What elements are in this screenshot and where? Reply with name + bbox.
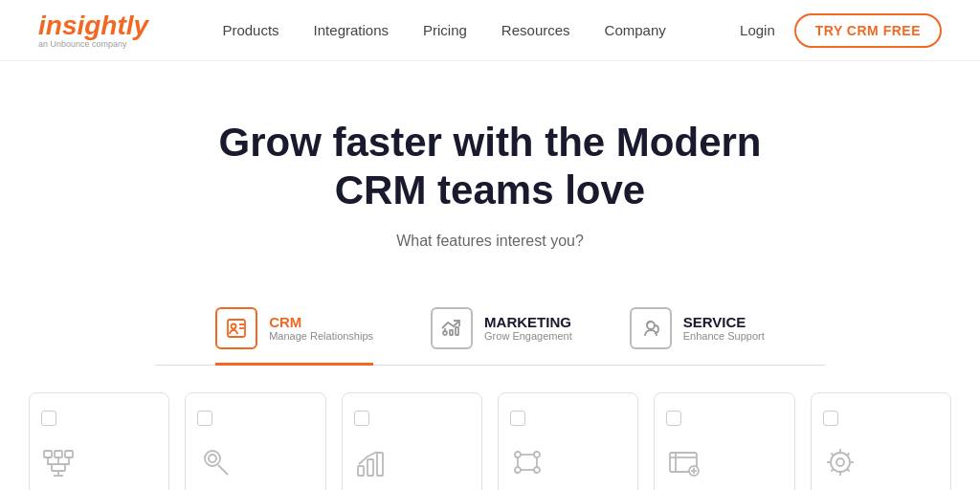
svg-rect-12 (52, 464, 65, 471)
svg-point-35 (836, 458, 844, 466)
hero-subtitle: What features interest you? (19, 233, 961, 250)
feature-pipeline[interactable]: PipelineManagement (29, 392, 169, 490)
feature-tabs: CRM Manage Relationships MARKETING Grow … (155, 278, 825, 366)
svg-point-14 (205, 451, 220, 466)
lead-checkbox[interactable] (197, 411, 212, 426)
main-nav: Products Integrations Pricing Resources … (222, 22, 665, 38)
logo-sub: an Unbounce company (38, 40, 148, 49)
project-checkbox[interactable] (823, 411, 838, 426)
marketing-tab-sub: Grow Engagement (484, 330, 572, 342)
svg-rect-6 (450, 330, 453, 335)
svg-line-40 (831, 453, 834, 456)
nav-integrations[interactable]: Integrations (314, 22, 389, 38)
svg-point-16 (209, 455, 216, 462)
logo: insightly an Unbounce company (38, 12, 148, 49)
svg-point-1 (232, 323, 236, 328)
svg-point-21 (534, 452, 540, 457)
crm-tab-icon (215, 307, 257, 349)
nav-products[interactable]: Products (222, 22, 278, 38)
marketing-tab-icon (431, 307, 473, 349)
workflow-icon (510, 445, 545, 479)
service-tab-icon (630, 307, 672, 349)
crm-tab-labels: CRM Manage Relationships (269, 314, 373, 342)
svg-rect-10 (55, 451, 62, 457)
project-icon (823, 445, 858, 479)
products-icon (666, 445, 701, 479)
service-tab-label: SERVICE (683, 314, 765, 330)
opportunity-icon (354, 445, 389, 479)
crm-tab-label: CRM (269, 314, 373, 330)
nav-company[interactable]: Company (605, 22, 666, 38)
header-right: Login TRY CRM FREE (740, 13, 942, 48)
svg-point-23 (534, 467, 540, 473)
hero-title: Grow faster with the ModernCRM teams lov… (19, 119, 961, 215)
feature-opportunity[interactable]: OpportunityManagement (342, 392, 482, 490)
service-tab-labels: SERVICE Enhance Support (683, 314, 765, 342)
svg-point-22 (515, 467, 521, 473)
feature-lead[interactable]: Lead Tracking (185, 392, 325, 490)
header: insightly an Unbounce company Products I… (0, 0, 980, 61)
nav-resources[interactable]: Resources (501, 22, 570, 38)
svg-line-15 (218, 465, 228, 475)
nav-pricing[interactable]: Pricing (423, 22, 467, 38)
lead-icon (197, 445, 232, 479)
features-grid: PipelineManagement Lead Tracking Opportu… (0, 366, 980, 490)
svg-rect-7 (456, 327, 458, 335)
tab-crm[interactable]: CRM Manage Relationships (215, 307, 373, 366)
marketing-tab-labels: MARKETING Grow Engagement (484, 314, 572, 342)
feature-products[interactable]: Products, PriceBooks & Quotes (654, 392, 794, 490)
marketing-tab-label: MARKETING (484, 314, 572, 330)
svg-rect-17 (358, 466, 364, 476)
hero-section: Grow faster with the ModernCRM teams lov… (0, 61, 980, 278)
service-tab-sub: Enhance Support (683, 330, 765, 342)
svg-point-20 (515, 452, 521, 457)
svg-line-43 (831, 468, 834, 471)
svg-rect-11 (65, 451, 73, 457)
products-checkbox[interactable] (666, 411, 681, 426)
svg-line-42 (846, 453, 849, 456)
feature-workflow[interactable]: WorkflowAutomation (498, 392, 638, 490)
try-crm-button[interactable]: TRY CRM FREE (794, 13, 942, 48)
tab-marketing[interactable]: MARKETING Grow Engagement (431, 307, 572, 366)
svg-point-4 (443, 331, 447, 335)
svg-rect-19 (377, 453, 383, 476)
svg-line-41 (846, 468, 849, 471)
logo-text: insightly (38, 12, 148, 39)
login-link[interactable]: Login (740, 22, 775, 38)
tab-service[interactable]: SERVICE Enhance Support (630, 307, 765, 366)
crm-tab-sub: Manage Relationships (269, 330, 373, 342)
pipeline-checkbox[interactable] (41, 411, 56, 426)
opportunity-checkbox[interactable] (354, 411, 369, 426)
workflow-checkbox[interactable] (510, 411, 525, 426)
pipeline-icon (41, 445, 76, 479)
svg-rect-9 (44, 451, 52, 457)
svg-rect-18 (368, 459, 373, 476)
feature-project[interactable]: ProjectManagement (811, 392, 951, 490)
